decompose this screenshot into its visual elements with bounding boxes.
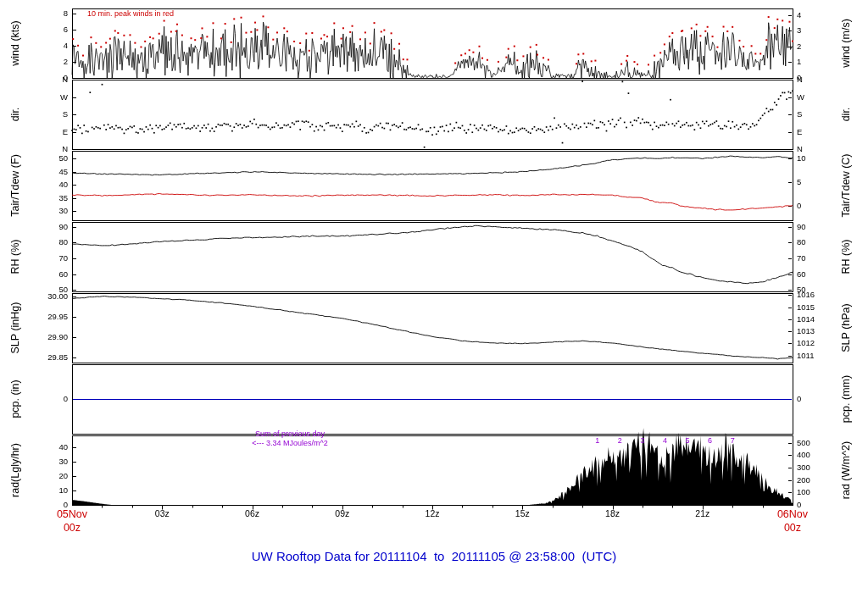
- rad-sum-annotation: Sum of previous day <--- 3.34 MJoules/m^…: [222, 430, 358, 448]
- meteogram-canvas: [0, 0, 868, 593]
- rad-sum-line1: Sum of previous day: [222, 430, 358, 439]
- peak-wind-annotation: 10 min. peak winds in red: [87, 9, 174, 18]
- rad-sum-line2: <--- 3.34 MJoules/m^2: [222, 439, 358, 448]
- axis-label-left-rad: rad(Lgly/hr): [7, 419, 24, 521]
- x-start-hour: 00z: [38, 522, 106, 534]
- axis-label-right-rad: rad (W/m^2): [837, 419, 854, 521]
- x-start-date: 05Nov: [38, 508, 106, 520]
- chart-title: UW Rooftop Data for 20111104 to 20111105…: [0, 549, 868, 563]
- x-end-date: 06Nov: [759, 508, 826, 520]
- meteogram: wind (kts) dir. Tair/Tdew (F) RH (%) SLP…: [0, 0, 868, 593]
- x-end-hour: 00z: [759, 522, 826, 534]
